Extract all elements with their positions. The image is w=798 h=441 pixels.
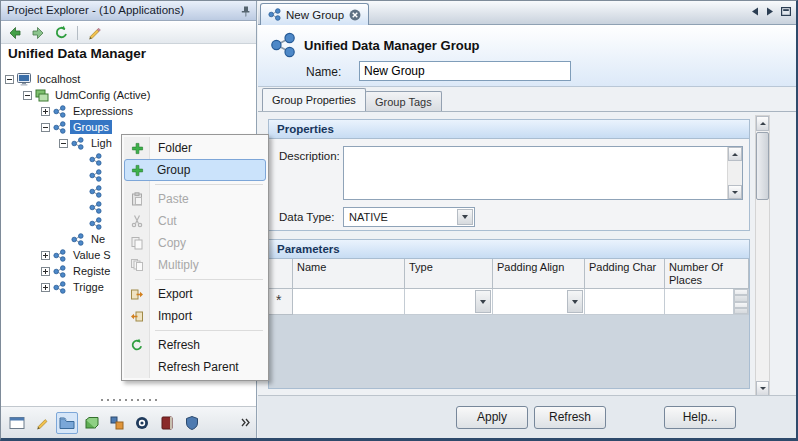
tree-item-child[interactable] [77, 215, 112, 231]
document-title: Unified Data Manager Group [304, 38, 480, 53]
tree-item-trigge[interactable]: Trigge [41, 279, 107, 295]
collapse-expander-icon[interactable] [59, 139, 68, 148]
add-icon [125, 164, 149, 177]
project-explorer-title: Project Explorer - (10 Applications) [7, 4, 184, 16]
tab-label: New Group [286, 9, 344, 21]
menu-item-multiply[interactable]: Multiply [124, 254, 266, 276]
tab-group-properties[interactable]: Group Properties [262, 88, 366, 111]
menu-item-refresh[interactable]: Refresh [124, 334, 266, 356]
tree-item-label: UdmConfig (Active) [52, 88, 153, 102]
menu-item-group[interactable]: Group [124, 159, 266, 181]
refresh-button[interactable]: Refresh [534, 406, 606, 429]
menu-item-refresh-parent[interactable]: Refresh Parent [124, 356, 266, 378]
scroll-down-icon[interactable] [728, 185, 742, 199]
tree-item-expressions[interactable]: Expressions [41, 103, 136, 119]
tree-item-groups[interactable]: Groups [41, 119, 112, 135]
pin-icon[interactable] [238, 4, 252, 18]
edit-button[interactable] [84, 23, 104, 42]
tree-item-child[interactable] [77, 199, 112, 215]
tree-item-registe[interactable]: Registe [41, 263, 113, 279]
page-vertical-scrollbar[interactable] [755, 115, 770, 397]
splitter-grip[interactable] [99, 398, 159, 402]
help-button[interactable]: Help... [664, 406, 736, 429]
menu-item-folder[interactable]: Folder [124, 137, 266, 159]
dropdown-button[interactable] [475, 290, 491, 313]
window-list-icon[interactable] [781, 7, 791, 16]
scroll-tabs-right-icon[interactable] [766, 7, 774, 16]
column-header-number-of-places[interactable]: Number Of Places [665, 259, 749, 289]
tree-item-light[interactable]: Ligh [59, 135, 115, 151]
tree-item-child[interactable] [77, 167, 112, 183]
dropdown-button[interactable] [567, 290, 583, 313]
expand-expander-icon[interactable] [41, 107, 50, 116]
tree-item-localhost[interactable]: localhost [5, 71, 83, 87]
close-tab-icon[interactable] [349, 9, 361, 21]
folder-icon[interactable] [56, 412, 78, 434]
grid-empty-area [269, 315, 749, 388]
menu-item-import[interactable]: Import [124, 305, 266, 327]
target-icon[interactable] [131, 412, 153, 434]
number-spinner[interactable] [733, 289, 748, 314]
import-icon [124, 309, 150, 323]
config-icon [35, 89, 49, 102]
tree-item-udmconfig[interactable]: UdmConfig (Active) [23, 87, 153, 103]
window-icon[interactable] [6, 412, 28, 434]
scroll-up-icon[interactable] [756, 116, 769, 131]
forward-button[interactable] [28, 23, 48, 42]
description-input[interactable] [344, 147, 727, 199]
cell-padding-char[interactable] [585, 289, 665, 315]
document-tab-new-group[interactable]: New Group [260, 3, 369, 25]
overflow-chevron-icon[interactable] [240, 417, 251, 428]
expand-expander-icon[interactable] [41, 267, 50, 276]
menu-item-paste[interactable]: Paste [124, 188, 266, 210]
tree-item-child[interactable] [77, 151, 112, 167]
row-header[interactable]: * [269, 289, 293, 315]
parameters-new-row: * [269, 289, 749, 315]
cell-type[interactable] [405, 289, 493, 315]
collapse-expander-icon[interactable] [41, 123, 50, 132]
menu-item-cut[interactable]: Cut [124, 210, 266, 232]
refresh-button[interactable] [51, 23, 71, 42]
cell-number-of-places[interactable] [665, 289, 749, 315]
cut-icon [124, 214, 150, 228]
computer-icon [17, 73, 31, 86]
back-button[interactable] [5, 23, 25, 42]
tree-item-ne[interactable]: Ne [59, 231, 108, 247]
expand-expander-icon[interactable] [41, 283, 50, 292]
cell-name[interactable] [293, 289, 405, 315]
shield-icon[interactable] [181, 412, 203, 434]
scroll-down-icon[interactable] [756, 381, 769, 396]
cube-icon[interactable] [81, 412, 103, 434]
project-explorer-titlebar[interactable]: Project Explorer - (10 Applications) [1, 1, 256, 21]
data-type-combobox[interactable]: NATIVE [343, 207, 475, 227]
collapse-expander-icon[interactable] [23, 91, 32, 100]
name-input[interactable] [359, 61, 571, 81]
column-header-padding-char[interactable]: Padding Char [585, 259, 665, 289]
collapse-expander-icon[interactable] [5, 75, 14, 84]
tree-item-child[interactable] [77, 183, 112, 199]
apply-button[interactable]: Apply [456, 406, 528, 429]
scrollbar-thumb[interactable] [756, 132, 769, 200]
blocks-icon[interactable] [106, 412, 128, 434]
new-row-marker: * [276, 292, 281, 308]
menu-item-copy[interactable]: Copy [124, 232, 266, 254]
cell-padding-align[interactable] [493, 289, 585, 315]
tree-item-value-s[interactable]: Value S [41, 247, 114, 263]
spinner-down-icon[interactable] [734, 302, 748, 315]
share-nodes-icon [53, 121, 67, 134]
dropdown-button[interactable] [457, 209, 473, 225]
menu-item-export[interactable]: Export [124, 283, 266, 305]
scroll-tabs-left-icon[interactable] [751, 7, 759, 16]
chevron-down-icon [572, 300, 578, 304]
scroll-up-icon[interactable] [728, 147, 742, 161]
description-scrollbar[interactable] [727, 147, 742, 199]
column-header-type[interactable]: Type [405, 259, 493, 289]
expand-expander-icon[interactable] [41, 251, 50, 260]
column-header-name[interactable]: Name [293, 259, 405, 289]
tab-group-tags[interactable]: Group Tags [365, 91, 442, 111]
application-window: Project Explorer - (10 Applications) Uni… [0, 0, 798, 441]
spinner-up-icon[interactable] [734, 289, 748, 302]
pencil-icon[interactable] [31, 412, 53, 434]
column-header-padding-align[interactable]: Padding Align [493, 259, 585, 289]
book-icon[interactable] [156, 412, 178, 434]
